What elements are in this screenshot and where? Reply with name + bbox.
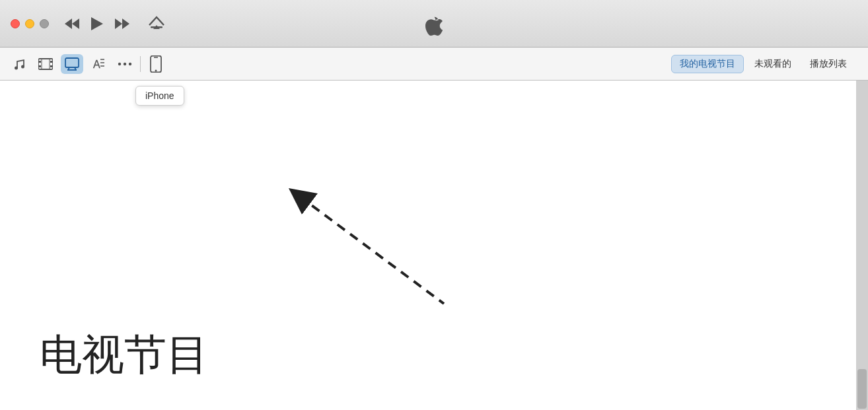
scrollbar-thumb[interactable]	[857, 369, 867, 409]
unwatched-button[interactable]: 未观看的	[746, 55, 799, 73]
svg-text:A: A	[93, 59, 100, 70]
svg-marker-2	[91, 17, 103, 30]
rewind-button[interactable]	[62, 16, 82, 32]
svg-marker-3	[115, 18, 122, 29]
movies-icon-button[interactable]	[34, 54, 57, 74]
svg-point-30	[155, 69, 157, 71]
title-bar	[0, 0, 868, 48]
iphone-tooltip: iPhone	[135, 86, 184, 106]
device-icon-wrapper: iPhone	[145, 54, 167, 74]
iphone-device-button[interactable]	[145, 54, 167, 74]
svg-point-8	[21, 65, 24, 68]
play-button[interactable]	[89, 15, 106, 33]
right-nav: 我的电视节目 未观看的 播放列表	[671, 55, 855, 73]
svg-rect-10	[38, 61, 41, 63]
apple-logo	[425, 15, 443, 40]
toolbar-divider	[140, 56, 141, 72]
svg-rect-16	[65, 58, 79, 67]
music-icon-button[interactable]	[8, 54, 30, 74]
svg-rect-13	[50, 65, 53, 67]
media-type-icons: A A	[8, 54, 136, 74]
svg-rect-11	[38, 65, 41, 67]
svg-rect-12	[50, 61, 53, 63]
scrollbar[interactable]	[856, 81, 868, 410]
svg-line-31	[299, 196, 444, 304]
svg-marker-4	[122, 18, 129, 29]
tooltip-text: iPhone	[145, 90, 174, 101]
tv-shows-icon-button[interactable]	[61, 54, 83, 74]
toolbar: A A iPhone	[0, 48, 868, 81]
fast-forward-button[interactable]	[112, 16, 132, 32]
playlist-button[interactable]: 播放列表	[802, 55, 855, 73]
my-tv-shows-button[interactable]: 我的电视节目	[671, 55, 744, 73]
playback-controls	[62, 12, 168, 35]
svg-point-26	[124, 62, 126, 65]
close-button[interactable]	[11, 19, 20, 28]
window-controls	[0, 19, 49, 28]
svg-point-25	[118, 62, 121, 65]
main-content: 电视节目	[0, 81, 868, 410]
apps-icon-button[interactable]: A A	[87, 54, 110, 74]
airplay-button[interactable]	[145, 12, 168, 35]
section-title: 电视节目	[40, 326, 209, 384]
svg-marker-1	[65, 18, 72, 29]
svg-point-27	[129, 62, 131, 65]
svg-rect-9	[38, 59, 53, 69]
minimize-button[interactable]	[25, 19, 34, 28]
more-icon-button[interactable]	[114, 54, 136, 74]
fullscreen-button[interactable]	[40, 19, 49, 28]
svg-point-7	[15, 66, 18, 69]
svg-marker-0	[72, 18, 79, 29]
